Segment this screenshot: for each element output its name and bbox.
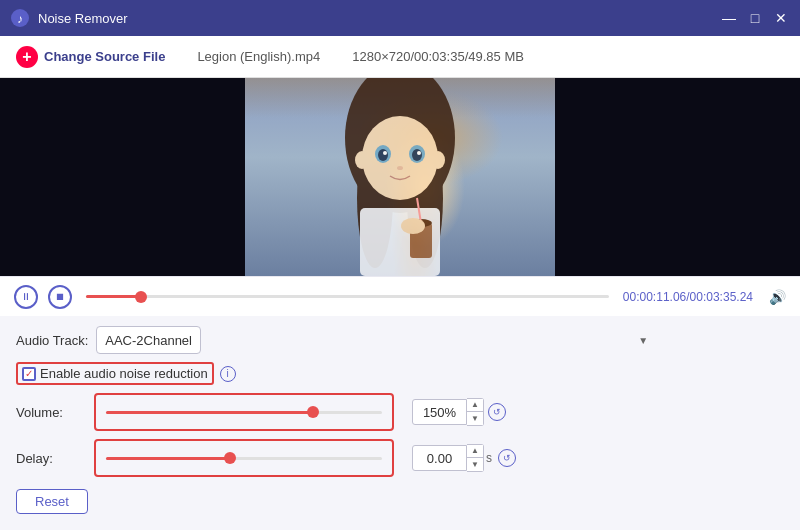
svg-point-9 [378, 149, 388, 161]
noise-reduction-checkbox[interactable]: ✓ [22, 367, 36, 381]
check-mark: ✓ [25, 368, 33, 379]
noise-reduction-checkbox-group: ✓ Enable audio noise reduction [16, 362, 214, 385]
settings-panel: Audio Track: AAC-2Channel ▼ ✓ Enable aud… [0, 316, 800, 530]
svg-text:♪: ♪ [17, 12, 23, 26]
audio-track-label: Audio Track: [16, 333, 88, 348]
svg-point-20 [401, 218, 425, 234]
volume-value-input[interactable] [412, 399, 467, 425]
progress-thumb [135, 291, 147, 303]
plus-icon: + [16, 46, 38, 68]
audio-track-select[interactable]: AAC-2Channel [96, 326, 201, 354]
file-meta: 1280×720/00:03:35/49.85 MB [352, 49, 524, 64]
delay-slider-fill [106, 457, 230, 460]
stop-button[interactable]: ⏹ [48, 285, 72, 309]
volume-value-group: ▲ ▼ ↺ [412, 398, 506, 426]
toolbar: + Change Source File Legion (English).mp… [0, 36, 800, 78]
progress-fill [86, 295, 141, 298]
volume-slider-track[interactable] [106, 411, 382, 414]
maximize-button[interactable]: □ [746, 10, 764, 26]
delay-sync-icon[interactable]: ↺ [498, 449, 516, 467]
delay-row: Delay: ▲ ▼ s ↺ [16, 439, 784, 477]
volume-label: Volume: [16, 405, 86, 420]
volume-icon[interactable]: 🔊 [769, 289, 786, 305]
total-time: 00:03:35.24 [690, 290, 753, 304]
noise-reduction-row: ✓ Enable audio noise reduction i [16, 362, 784, 385]
select-arrow-icon: ▼ [638, 335, 648, 346]
pause-button[interactable]: ⏸ [14, 285, 38, 309]
stop-icon: ⏹ [55, 291, 65, 302]
delay-unit: s [486, 451, 492, 465]
playback-controls: ⏸ ⏹ 00:00:11.06/00:03:35.24 🔊 [0, 276, 800, 316]
noise-reduction-info-icon[interactable]: i [220, 366, 236, 382]
video-preview [0, 78, 800, 276]
volume-slider-thumb [307, 406, 319, 418]
svg-point-10 [412, 149, 422, 161]
current-time: 00:00:11.06 [623, 290, 686, 304]
app-title: Noise Remover [38, 11, 720, 26]
volume-step-down[interactable]: ▼ [467, 412, 483, 425]
svg-point-13 [397, 166, 403, 170]
delay-step-down[interactable]: ▼ [467, 458, 483, 471]
volume-sync-icon[interactable]: ↺ [488, 403, 506, 421]
change-source-button[interactable]: + Change Source File [16, 46, 165, 68]
volume-row: Volume: ▲ ▼ ↺ [16, 393, 784, 431]
delay-slider-row [106, 447, 382, 469]
delay-step-up[interactable]: ▲ [467, 445, 483, 458]
reset-button[interactable]: Reset [16, 489, 88, 514]
noise-reduction-label: Enable audio noise reduction [40, 366, 208, 381]
audio-track-row: Audio Track: AAC-2Channel ▼ [16, 326, 784, 354]
progress-bar[interactable] [86, 295, 609, 298]
video-black-right [555, 78, 800, 276]
delay-value-input[interactable] [412, 445, 467, 471]
volume-slider-row [106, 401, 382, 423]
title-bar: ♪ Noise Remover — □ ✕ [0, 0, 800, 36]
video-thumbnail [245, 78, 555, 276]
delay-slider-area [94, 439, 394, 477]
close-button[interactable]: ✕ [772, 10, 790, 26]
svg-point-15 [431, 151, 445, 169]
delay-slider-thumb [224, 452, 236, 464]
svg-point-12 [417, 151, 421, 155]
volume-slider-fill [106, 411, 313, 414]
time-display: 00:00:11.06/00:03:35.24 [623, 290, 753, 304]
audio-track-select-wrapper: AAC-2Channel ▼ [96, 326, 656, 354]
volume-slider-area [94, 393, 394, 431]
delay-value-group: ▲ ▼ s ↺ [412, 444, 516, 472]
change-source-label: Change Source File [44, 49, 165, 64]
volume-stepper: ▲ ▼ [467, 398, 484, 426]
window-controls: — □ ✕ [720, 10, 790, 26]
pause-icon: ⏸ [21, 291, 31, 302]
svg-point-14 [355, 151, 369, 169]
delay-slider-track[interactable] [106, 457, 382, 460]
svg-point-6 [362, 116, 438, 200]
minimize-button[interactable]: — [720, 10, 738, 26]
svg-point-11 [383, 151, 387, 155]
volume-step-up[interactable]: ▲ [467, 399, 483, 412]
file-name: Legion (English).mp4 [197, 49, 320, 64]
video-black-left [0, 78, 245, 276]
delay-stepper: ▲ ▼ [467, 444, 484, 472]
app-logo-icon: ♪ [10, 8, 30, 28]
delay-label: Delay: [16, 451, 86, 466]
